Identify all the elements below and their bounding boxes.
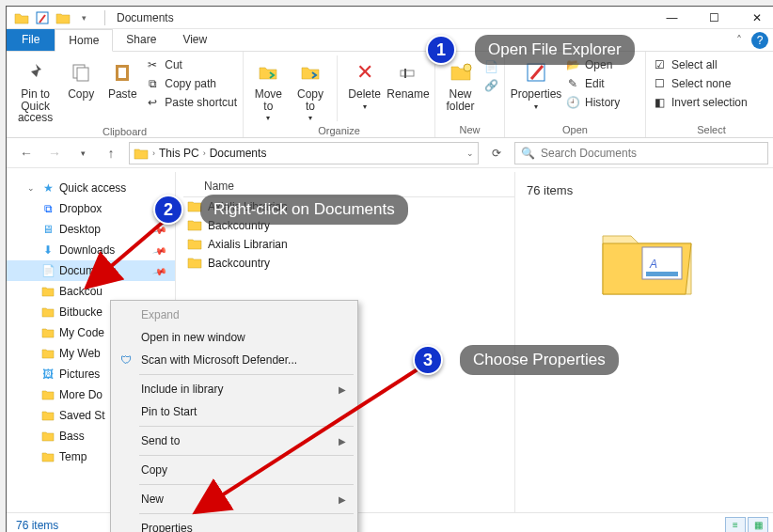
- group-label-open: Open: [511, 122, 639, 135]
- ctx-send-to[interactable]: Send to▶: [113, 430, 355, 452]
- list-item[interactable]: Axialis Librarian: [183, 235, 514, 254]
- ctx-open-new-window[interactable]: Open in new window: [113, 326, 355, 349]
- copy-path-button[interactable]: ⧉Copy path: [145, 76, 237, 91]
- search-icon: 🔍: [521, 147, 535, 160]
- breadcrumb-root[interactable]: This PC: [159, 147, 199, 160]
- nav-item-desktop[interactable]: 🖥Desktop📌: [7, 219, 175, 240]
- close-button[interactable]: ✕: [735, 7, 773, 29]
- paste-button[interactable]: Paste: [103, 55, 141, 101]
- nav-item-dropbox[interactable]: ⧉Dropbox📌: [7, 198, 175, 219]
- tab-share[interactable]: Share: [113, 29, 169, 51]
- forward-button[interactable]: →: [44, 143, 65, 164]
- new-folder-icon: [448, 59, 474, 86]
- pin-quick-access-button[interactable]: Pin to Quick access: [12, 55, 58, 124]
- group-label-organize: Organize: [249, 123, 429, 136]
- easy-access-icon[interactable]: 🔗: [483, 78, 498, 93]
- shortcut-icon: ↩: [145, 95, 160, 110]
- edit-button[interactable]: ✎Edit: [565, 76, 620, 91]
- qat-properties-icon[interactable]: [35, 10, 50, 25]
- dropbox-icon: ⧉: [40, 201, 55, 216]
- select-none-icon: ☐: [652, 76, 667, 91]
- ctx-pin-start[interactable]: Pin to Start: [113, 400, 355, 423]
- folder-icon: [40, 449, 55, 464]
- file-explorer-window: ▾ Documents — ☐ ✕ File Home Share View ˄…: [6, 6, 773, 532]
- folder-icon: [40, 325, 55, 340]
- paste-icon: [109, 59, 135, 86]
- ctx-scan-defender[interactable]: 🛡 Scan with Microsoft Defender...: [113, 349, 355, 371]
- refresh-button[interactable]: ⟳: [486, 143, 507, 164]
- rename-button[interactable]: Rename: [387, 55, 429, 101]
- history-button[interactable]: 🕘History: [565, 95, 620, 110]
- delete-button[interactable]: ✕ Delete▾: [345, 55, 384, 111]
- title-bar: ▾ Documents — ☐ ✕: [7, 7, 773, 29]
- ctx-include-library[interactable]: Include in library▶: [113, 378, 355, 400]
- search-box[interactable]: 🔍 Search Documents: [514, 142, 768, 164]
- svg-rect-2: [77, 68, 88, 81]
- nav-item[interactable]: Backcou: [7, 281, 175, 302]
- annotation-callout-3: Choose Properties: [460, 345, 619, 375]
- history-icon: 🕘: [565, 95, 580, 110]
- folder-icon: [187, 237, 202, 252]
- copy-to-button[interactable]: Copy to▾: [292, 55, 330, 123]
- pin-icon: 📌: [152, 263, 167, 278]
- select-all-button[interactable]: ☑Select all: [652, 57, 748, 72]
- help-icon[interactable]: ?: [751, 32, 768, 49]
- invert-icon: ◧: [652, 95, 667, 110]
- rename-icon: [395, 59, 421, 86]
- group-label-select: Select: [652, 122, 771, 135]
- maximize-button[interactable]: ☐: [693, 7, 735, 29]
- nav-item-downloads[interactable]: ⬇Downloads📌: [7, 240, 175, 260]
- folder-icon: [40, 429, 55, 444]
- scissors-icon: ✂: [145, 57, 160, 72]
- star-icon: ★: [40, 180, 55, 196]
- invert-selection-button[interactable]: ◧Invert selection: [652, 95, 748, 110]
- svg-rect-4: [118, 68, 126, 78]
- tab-home[interactable]: Home: [55, 29, 113, 52]
- back-button[interactable]: ←: [16, 143, 37, 164]
- ctx-copy[interactable]: Copy: [113, 459, 355, 481]
- ctx-new[interactable]: New▶: [113, 488, 355, 510]
- chevron-right-icon: ▶: [339, 384, 346, 395]
- cut-button[interactable]: ✂Cut: [145, 57, 237, 72]
- shield-icon: 🛡: [118, 352, 134, 368]
- search-placeholder: Search Documents: [541, 147, 637, 160]
- context-menu: Expand Open in new window 🛡 Scan with Mi…: [110, 300, 358, 532]
- new-folder-button[interactable]: New folder: [441, 55, 480, 112]
- list-item[interactable]: Backcountry: [183, 254, 514, 273]
- move-to-icon: [255, 59, 281, 86]
- ctx-properties[interactable]: Properties: [113, 517, 355, 532]
- minimize-button[interactable]: —: [651, 7, 693, 29]
- breadcrumb[interactable]: › This PC › Documents ⌄: [129, 142, 479, 164]
- nav-quick-access[interactable]: ⌄ ★ Quick access: [7, 178, 175, 198]
- group-label-new: New: [441, 122, 498, 135]
- paste-shortcut-button[interactable]: ↩Paste shortcut: [145, 95, 237, 110]
- move-to-button[interactable]: Move to▾: [249, 55, 288, 123]
- folder-icon: [187, 256, 202, 271]
- breadcrumb-current[interactable]: Documents: [210, 147, 267, 160]
- ribbon-tabs: File Home Share View ˄ ?: [7, 29, 773, 52]
- recent-dropdown[interactable]: ▾: [72, 143, 93, 164]
- ribbon: Pin to Quick access Copy Paste ✂Cut ⧉Cop…: [7, 52, 773, 138]
- copy-button[interactable]: Copy: [62, 55, 100, 101]
- pin-icon: [23, 59, 49, 86]
- qat-dropdown-icon[interactable]: ▾: [76, 10, 91, 25]
- up-button[interactable]: ↑: [101, 143, 121, 164]
- pictures-icon: 🖼: [40, 367, 55, 382]
- collapse-ribbon-icon[interactable]: ˄: [736, 34, 742, 47]
- svg-point-7: [464, 64, 471, 71]
- qat-new-folder-icon[interactable]: [55, 10, 71, 25]
- folder-icon: [14, 10, 29, 25]
- nav-item-documents[interactable]: 📄Documents📌: [7, 260, 175, 281]
- view-details-button[interactable]: ≡: [725, 517, 746, 533]
- chevron-down-icon[interactable]: ⌄: [27, 183, 37, 193]
- delete-icon: ✕: [352, 59, 378, 86]
- folder-icon: [187, 218, 202, 233]
- select-all-icon: ☑: [652, 57, 667, 72]
- folder-icon: [40, 305, 55, 320]
- svg-rect-6: [404, 69, 406, 78]
- breadcrumb-dropdown-icon[interactable]: ⌄: [466, 149, 474, 158]
- view-large-button[interactable]: ▦: [748, 517, 768, 533]
- tab-file[interactable]: File: [7, 29, 55, 51]
- select-none-button[interactable]: ☐Select none: [652, 76, 748, 91]
- tab-view[interactable]: View: [169, 29, 220, 51]
